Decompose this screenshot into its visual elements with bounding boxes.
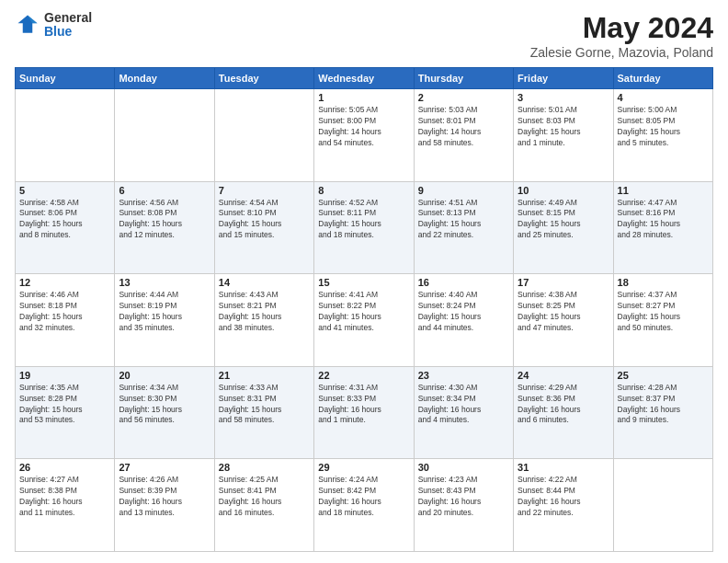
table-row: 6Sunrise: 4:56 AM Sunset: 8:08 PM Daylig… bbox=[115, 181, 214, 274]
day-info: Sunrise: 4:23 AM Sunset: 8:43 PM Dayligh… bbox=[418, 475, 509, 519]
day-number: 31 bbox=[518, 462, 609, 473]
day-info: Sunrise: 4:46 AM Sunset: 8:18 PM Dayligh… bbox=[19, 290, 110, 334]
day-number: 21 bbox=[219, 370, 310, 381]
day-number: 19 bbox=[19, 370, 110, 381]
day-number: 20 bbox=[119, 370, 210, 381]
header: General Blue May 2024 Zalesie Gorne, Maz… bbox=[15, 11, 713, 60]
title-block: May 2024 Zalesie Gorne, Mazovia, Poland bbox=[530, 11, 713, 60]
day-info: Sunrise: 4:47 AM Sunset: 8:16 PM Dayligh… bbox=[618, 198, 709, 242]
table-row bbox=[613, 459, 712, 552]
day-number: 6 bbox=[119, 185, 210, 196]
day-number: 22 bbox=[318, 370, 409, 381]
table-row: 8Sunrise: 4:52 AM Sunset: 8:11 PM Daylig… bbox=[314, 181, 414, 274]
day-number: 5 bbox=[19, 185, 110, 196]
day-info: Sunrise: 4:29 AM Sunset: 8:36 PM Dayligh… bbox=[518, 383, 609, 427]
table-row: 28Sunrise: 4:25 AM Sunset: 8:41 PM Dayli… bbox=[214, 459, 313, 552]
day-number: 3 bbox=[518, 92, 609, 103]
day-info: Sunrise: 4:44 AM Sunset: 8:19 PM Dayligh… bbox=[119, 290, 210, 334]
page: General Blue May 2024 Zalesie Gorne, Maz… bbox=[0, 0, 728, 563]
day-info: Sunrise: 4:22 AM Sunset: 8:44 PM Dayligh… bbox=[518, 475, 609, 519]
col-friday: Friday bbox=[514, 68, 613, 89]
table-row: 3Sunrise: 5:01 AM Sunset: 8:03 PM Daylig… bbox=[514, 89, 613, 182]
day-info: Sunrise: 4:30 AM Sunset: 8:34 PM Dayligh… bbox=[418, 383, 509, 427]
calendar-week-row: 26Sunrise: 4:27 AM Sunset: 8:38 PM Dayli… bbox=[16, 459, 713, 552]
table-row: 5Sunrise: 4:58 AM Sunset: 8:06 PM Daylig… bbox=[16, 181, 115, 274]
title-month: May 2024 bbox=[530, 11, 713, 45]
table-row: 4Sunrise: 5:00 AM Sunset: 8:05 PM Daylig… bbox=[613, 89, 712, 182]
table-row: 31Sunrise: 4:22 AM Sunset: 8:44 PM Dayli… bbox=[514, 459, 613, 552]
day-info: Sunrise: 4:56 AM Sunset: 8:08 PM Dayligh… bbox=[119, 198, 210, 242]
logo-text: General Blue bbox=[44, 11, 92, 40]
day-number: 15 bbox=[318, 277, 409, 288]
day-info: Sunrise: 4:24 AM Sunset: 8:42 PM Dayligh… bbox=[318, 475, 409, 519]
table-row: 21Sunrise: 4:33 AM Sunset: 8:31 PM Dayli… bbox=[214, 366, 313, 459]
day-info: Sunrise: 5:05 AM Sunset: 8:00 PM Dayligh… bbox=[318, 105, 409, 149]
day-info: Sunrise: 4:49 AM Sunset: 8:15 PM Dayligh… bbox=[518, 198, 609, 242]
day-number: 13 bbox=[119, 277, 210, 288]
day-number: 8 bbox=[318, 185, 409, 196]
calendar-week-row: 19Sunrise: 4:35 AM Sunset: 8:28 PM Dayli… bbox=[16, 366, 713, 459]
logo-blue-text: Blue bbox=[44, 25, 92, 39]
day-number: 1 bbox=[318, 92, 409, 103]
day-info: Sunrise: 4:31 AM Sunset: 8:33 PM Dayligh… bbox=[318, 383, 409, 427]
day-info: Sunrise: 5:01 AM Sunset: 8:03 PM Dayligh… bbox=[518, 105, 609, 149]
col-wednesday: Wednesday bbox=[314, 68, 414, 89]
svg-marker-0 bbox=[18, 16, 38, 33]
table-row: 10Sunrise: 4:49 AM Sunset: 8:15 PM Dayli… bbox=[514, 181, 613, 274]
day-number: 2 bbox=[418, 92, 509, 103]
table-row: 27Sunrise: 4:26 AM Sunset: 8:39 PM Dayli… bbox=[115, 459, 214, 552]
table-row: 1Sunrise: 5:05 AM Sunset: 8:00 PM Daylig… bbox=[314, 89, 414, 182]
col-sunday: Sunday bbox=[16, 68, 115, 89]
table-row: 22Sunrise: 4:31 AM Sunset: 8:33 PM Dayli… bbox=[314, 366, 414, 459]
table-row: 13Sunrise: 4:44 AM Sunset: 8:19 PM Dayli… bbox=[115, 274, 214, 367]
table-row: 9Sunrise: 4:51 AM Sunset: 8:13 PM Daylig… bbox=[414, 181, 513, 274]
table-row: 2Sunrise: 5:03 AM Sunset: 8:01 PM Daylig… bbox=[414, 89, 513, 182]
table-row: 11Sunrise: 4:47 AM Sunset: 8:16 PM Dayli… bbox=[613, 181, 712, 274]
day-info: Sunrise: 5:00 AM Sunset: 8:05 PM Dayligh… bbox=[618, 105, 709, 149]
day-info: Sunrise: 4:43 AM Sunset: 8:21 PM Dayligh… bbox=[219, 290, 310, 334]
day-info: Sunrise: 4:52 AM Sunset: 8:11 PM Dayligh… bbox=[318, 198, 409, 242]
col-tuesday: Tuesday bbox=[214, 68, 313, 89]
day-number: 27 bbox=[119, 462, 210, 473]
day-number: 24 bbox=[518, 370, 609, 381]
day-number: 26 bbox=[19, 462, 110, 473]
table-row: 26Sunrise: 4:27 AM Sunset: 8:38 PM Dayli… bbox=[16, 459, 115, 552]
col-monday: Monday bbox=[115, 68, 214, 89]
day-number: 9 bbox=[418, 185, 509, 196]
table-row: 20Sunrise: 4:34 AM Sunset: 8:30 PM Dayli… bbox=[115, 366, 214, 459]
calendar-week-row: 12Sunrise: 4:46 AM Sunset: 8:18 PM Dayli… bbox=[16, 274, 713, 367]
day-info: Sunrise: 4:54 AM Sunset: 8:10 PM Dayligh… bbox=[219, 198, 310, 242]
logo-general-text: General bbox=[44, 11, 92, 25]
table-row: 24Sunrise: 4:29 AM Sunset: 8:36 PM Dayli… bbox=[514, 366, 613, 459]
logo-icon bbox=[15, 12, 40, 38]
day-number: 28 bbox=[219, 462, 310, 473]
day-number: 4 bbox=[618, 92, 709, 103]
day-number: 25 bbox=[618, 370, 709, 381]
day-info: Sunrise: 4:25 AM Sunset: 8:41 PM Dayligh… bbox=[219, 475, 310, 519]
calendar-header-row: Sunday Monday Tuesday Wednesday Thursday… bbox=[16, 68, 713, 89]
day-number: 14 bbox=[219, 277, 310, 288]
day-info: Sunrise: 5:03 AM Sunset: 8:01 PM Dayligh… bbox=[418, 105, 509, 149]
table-row: 17Sunrise: 4:38 AM Sunset: 8:25 PM Dayli… bbox=[514, 274, 613, 367]
table-row bbox=[214, 89, 313, 182]
day-number: 30 bbox=[418, 462, 509, 473]
col-saturday: Saturday bbox=[613, 68, 712, 89]
table-row: 25Sunrise: 4:28 AM Sunset: 8:37 PM Dayli… bbox=[613, 366, 712, 459]
table-row bbox=[16, 89, 115, 182]
day-info: Sunrise: 4:33 AM Sunset: 8:31 PM Dayligh… bbox=[219, 383, 310, 427]
day-info: Sunrise: 4:27 AM Sunset: 8:38 PM Dayligh… bbox=[19, 475, 110, 519]
day-info: Sunrise: 4:41 AM Sunset: 8:22 PM Dayligh… bbox=[318, 290, 409, 334]
day-number: 16 bbox=[418, 277, 509, 288]
table-row: 19Sunrise: 4:35 AM Sunset: 8:28 PM Dayli… bbox=[16, 366, 115, 459]
day-info: Sunrise: 4:58 AM Sunset: 8:06 PM Dayligh… bbox=[19, 198, 110, 242]
day-info: Sunrise: 4:51 AM Sunset: 8:13 PM Dayligh… bbox=[418, 198, 509, 242]
day-info: Sunrise: 4:37 AM Sunset: 8:27 PM Dayligh… bbox=[618, 290, 709, 334]
col-thursday: Thursday bbox=[414, 68, 513, 89]
day-number: 11 bbox=[618, 185, 709, 196]
logo: General Blue bbox=[15, 11, 92, 40]
table-row bbox=[115, 89, 214, 182]
table-row: 30Sunrise: 4:23 AM Sunset: 8:43 PM Dayli… bbox=[414, 459, 513, 552]
day-info: Sunrise: 4:40 AM Sunset: 8:24 PM Dayligh… bbox=[418, 290, 509, 334]
table-row: 16Sunrise: 4:40 AM Sunset: 8:24 PM Dayli… bbox=[414, 274, 513, 367]
day-number: 23 bbox=[418, 370, 509, 381]
